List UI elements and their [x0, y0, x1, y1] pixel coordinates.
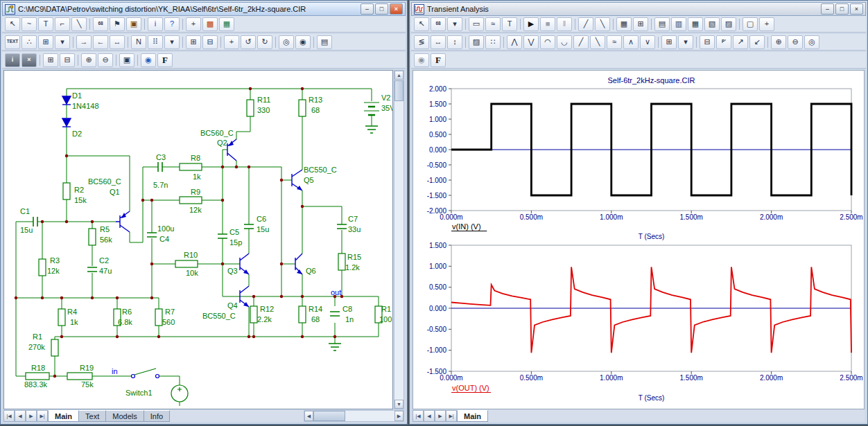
picture-icon[interactable]: ▣	[126, 17, 141, 31]
find-icon[interactable]: ◎	[279, 35, 294, 49]
image-export-icon[interactable]: ▦	[219, 17, 234, 31]
grid-icon[interactable]: ⠿	[148, 35, 163, 49]
source-V1[interactable]	[171, 385, 188, 402]
wire-mode-icon[interactable]: ~	[21, 17, 37, 31]
color-palette-icon[interactable]: ▩	[202, 17, 218, 31]
line-tool-icon[interactable]: ╱	[578, 17, 593, 31]
crosshair-icon[interactable]: +	[224, 35, 239, 49]
next-page-button[interactable]: ▶	[26, 410, 37, 422]
horizontal-scrollbar-thumb[interactable]	[313, 411, 345, 421]
grid-dropdown-icon[interactable]: ▾	[164, 35, 180, 49]
panel-split-icon[interactable]: ▨	[721, 17, 736, 31]
transistors[interactable]	[116, 139, 302, 307]
p-prime-icon[interactable]: P'	[716, 35, 731, 49]
grid-text-icon[interactable]: ⊞	[38, 35, 53, 49]
minimize-button[interactable]: –	[821, 3, 834, 15]
zoom-out-icon[interactable]: ⊖	[98, 53, 113, 67]
first-page-button[interactable]: |◀	[413, 410, 424, 422]
node-numbers-icon[interactable]: N	[131, 35, 146, 49]
copy-page-icon[interactable]: ⊞	[43, 53, 58, 67]
animation-icon[interactable]: ◉	[414, 53, 429, 67]
paste-page-icon[interactable]: ⊟	[60, 53, 75, 67]
step-in-icon[interactable]: →	[76, 35, 92, 49]
high-icon[interactable]: ◠	[540, 35, 555, 49]
run-button[interactable]: ▶	[523, 17, 539, 31]
text-attributes-icon[interactable]: TEXT	[5, 35, 20, 49]
point-tag-icon[interactable]: +	[186, 17, 201, 31]
last-page-button[interactable]: ▶|	[37, 410, 48, 422]
component-dropdown-icon[interactable]: ▾	[447, 17, 462, 31]
tab-main[interactable]: Main	[457, 410, 488, 422]
ortho-wire-icon[interactable]: ⌐	[55, 17, 70, 31]
font-icon[interactable]: F	[431, 53, 446, 67]
select-tool-icon[interactable]: ↖	[414, 17, 429, 31]
schematic-vertical-scrollbar[interactable]: ▲ ▼	[394, 70, 404, 409]
pause-button[interactable]: ‖	[557, 17, 572, 31]
prev-page-button[interactable]: ◀	[15, 410, 26, 422]
border-icon[interactable]: ▤	[317, 35, 332, 49]
step-out-icon[interactable]: ←	[93, 35, 108, 49]
component-mode-icon[interactable]: 68	[93, 17, 108, 31]
switch-SW1[interactable]	[132, 369, 159, 378]
fall-icon[interactable]: ╲	[590, 35, 605, 49]
close-button[interactable]: ×	[390, 3, 403, 15]
close-button[interactable]: ×	[850, 3, 863, 15]
global-high-icon[interactable]: ∧	[623, 35, 639, 49]
text-tool-icon[interactable]: T	[502, 17, 517, 31]
valley-icon[interactable]: ⋁	[523, 35, 539, 49]
zoom-in-icon[interactable]: ⊕	[81, 53, 96, 67]
scroll-left-button[interactable]: ◀	[304, 411, 313, 421]
rise-icon[interactable]: ╱	[573, 35, 589, 49]
next-page-button[interactable]: ▶	[435, 410, 446, 422]
panel-single-icon[interactable]: ▤	[654, 17, 670, 31]
properties-icon[interactable]: ▢	[743, 17, 758, 31]
grid-dots-icon[interactable]: ∷	[485, 35, 501, 49]
scale-x-icon[interactable]: ↗	[733, 35, 748, 49]
waveform-smooth-icon[interactable]: ≈	[485, 17, 501, 31]
maximize-button[interactable]: □	[835, 3, 849, 15]
numeric-output-icon[interactable]: ⊟	[700, 35, 715, 49]
scale-y-icon[interactable]: ↙	[749, 35, 765, 49]
horizontal-cursor-icon[interactable]: ↔	[431, 35, 446, 49]
plot-area[interactable]: 2.0001.5001.0000.5000.000-0.500-1.000-1.…	[413, 70, 865, 409]
tab-main[interactable]: Main	[48, 410, 79, 422]
help-mode-icon[interactable]: ?	[164, 17, 180, 31]
copy-icon[interactable]: ⊞	[186, 35, 201, 49]
panel-rows-icon[interactable]: ▥	[671, 17, 686, 31]
tab-models[interactable]: Models	[105, 410, 144, 422]
prev-page-button[interactable]: ◀	[424, 410, 435, 422]
find-next-icon[interactable]: ◉	[295, 35, 311, 49]
component-list-icon[interactable]: 68	[431, 17, 446, 31]
battery-V2[interactable]	[364, 103, 379, 115]
scroll-up-button[interactable]: ▲	[394, 71, 403, 80]
maximize-button[interactable]: □	[375, 3, 388, 15]
minimize-button[interactable]: –	[361, 3, 374, 15]
pages-dropdown-icon[interactable]: ▾	[678, 35, 693, 49]
tab-text[interactable]: Text	[78, 410, 106, 422]
horizontal-scrollbar-track[interactable]	[313, 411, 394, 421]
series-v(OUT)[interactable]	[451, 267, 851, 353]
schematic-canvas[interactable]: D11N4148D2R11330R1368V235VBC560_CQ2BC550…	[3, 70, 393, 409]
text-tool-icon[interactable]: T	[38, 17, 53, 31]
zoom-fit-icon[interactable]: ◎	[804, 35, 819, 49]
vertical-scrollbar-thumb[interactable]	[394, 80, 403, 101]
panel-grid-icon[interactable]: ▦	[688, 17, 703, 31]
stop-button[interactable]: ■	[540, 17, 555, 31]
inflection-icon[interactable]: ≈	[607, 35, 622, 49]
flag-icon[interactable]: ⚑	[110, 17, 125, 31]
pin-markers-icon[interactable]: ∴	[21, 35, 37, 49]
first-page-button[interactable]: |◀	[3, 410, 15, 422]
swap-node-icon[interactable]: ↔	[110, 35, 125, 49]
camera-icon[interactable]: ▣	[119, 53, 134, 67]
info-circle-icon[interactable]: i	[5, 53, 20, 67]
paste-icon[interactable]: ⊟	[202, 35, 218, 49]
display-dropdown-icon[interactable]: ▾	[55, 35, 70, 49]
low-icon[interactable]: ◡	[557, 35, 572, 49]
tracker-icon[interactable]: ≶	[414, 35, 429, 49]
data-point-labels-icon[interactable]: ▨	[469, 35, 484, 49]
schematic-window-titlebar[interactable]: C:\MC9\DATA\Petrov\switching distortion\…	[2, 2, 406, 16]
scope-mode-icon[interactable]: ▭	[469, 17, 484, 31]
line-tool-icon[interactable]: ╲	[71, 17, 87, 31]
close-circle-icon[interactable]: ×	[21, 53, 37, 67]
select-tool-icon[interactable]: ↖	[5, 17, 20, 31]
